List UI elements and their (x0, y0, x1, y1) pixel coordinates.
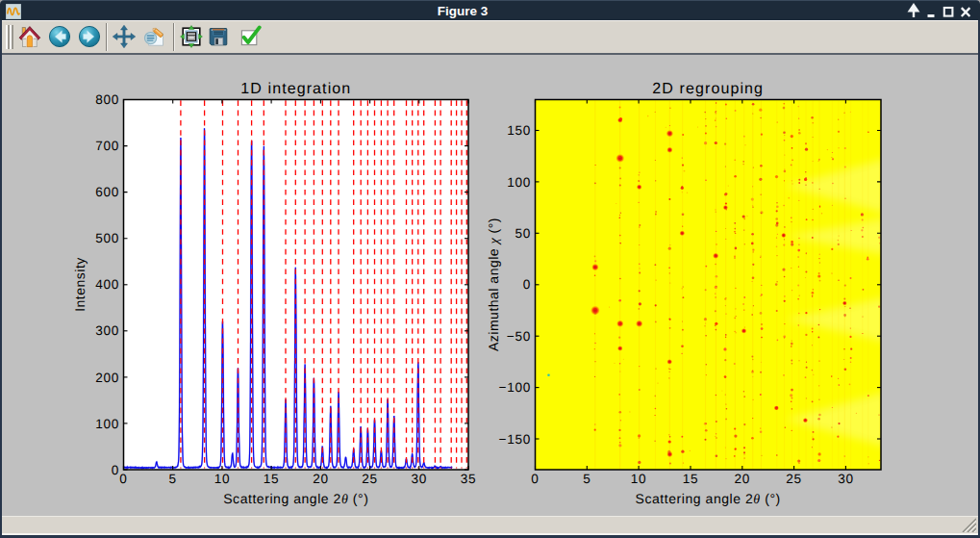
svg-text:25: 25 (362, 472, 378, 486)
svg-text:0: 0 (523, 277, 531, 292)
svg-text:10: 10 (631, 472, 647, 486)
svg-text:−150: −150 (499, 432, 531, 447)
svg-text:Scattering angle 2θ (°): Scattering angle 2θ (°) (223, 491, 368, 507)
svg-text:100: 100 (95, 417, 119, 431)
svg-text:2D regrouping: 2D regrouping (652, 81, 764, 97)
svg-text:800: 800 (95, 92, 119, 107)
svg-text:5: 5 (169, 472, 177, 486)
svg-text:30: 30 (412, 472, 428, 486)
svg-text:20: 20 (313, 472, 329, 486)
svg-text:100: 100 (507, 175, 531, 190)
svg-text:35: 35 (461, 472, 477, 486)
svg-text:1D integration: 1D integration (240, 81, 351, 97)
svg-text:300: 300 (95, 323, 119, 338)
svg-text:25: 25 (786, 472, 802, 486)
svg-text:200: 200 (95, 371, 119, 385)
svg-text:15: 15 (683, 472, 699, 486)
svg-text:5: 5 (583, 472, 591, 486)
svg-text:Intensity: Intensity (72, 257, 88, 312)
svg-text:0: 0 (531, 472, 539, 486)
svg-text:50: 50 (515, 226, 531, 241)
svg-text:15: 15 (264, 472, 280, 486)
svg-text:20: 20 (735, 472, 751, 486)
svg-text:700: 700 (95, 139, 119, 153)
svg-text:−100: −100 (499, 380, 531, 395)
svg-text:150: 150 (507, 123, 531, 138)
svg-text:0: 0 (112, 463, 119, 477)
svg-text:400: 400 (95, 277, 119, 292)
svg-text:30: 30 (838, 472, 854, 486)
svg-text:500: 500 (95, 231, 119, 245)
svg-text:600: 600 (95, 185, 119, 199)
svg-text:Scattering angle 2θ (°): Scattering angle 2θ (°) (636, 491, 781, 507)
svg-text:0: 0 (119, 472, 127, 486)
svg-text:10: 10 (214, 472, 231, 486)
svg-text:−50: −50 (507, 329, 531, 344)
svg-text:Azimuthal angle χ (°): Azimuthal angle χ (°) (486, 218, 502, 351)
